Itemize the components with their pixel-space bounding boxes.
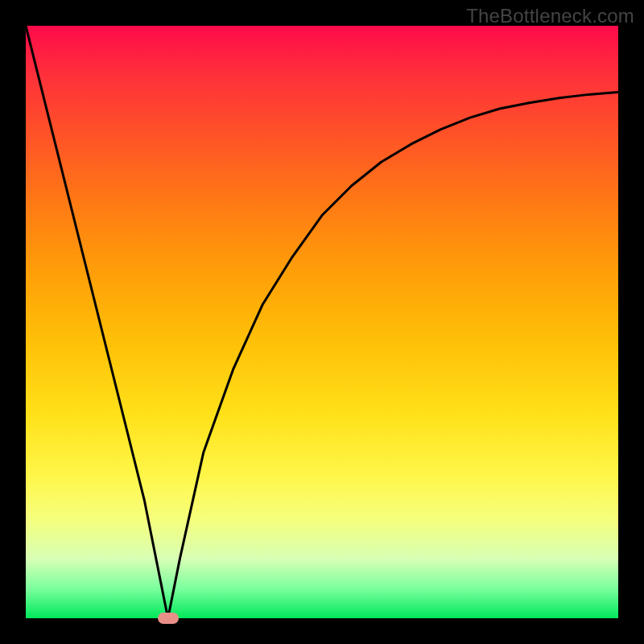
watermark-text: TheBottleneck.com (466, 5, 634, 27)
chart-curve (26, 26, 618, 618)
minimum-marker (158, 613, 179, 624)
chart-frame: TheBottleneck.com (0, 0, 644, 644)
